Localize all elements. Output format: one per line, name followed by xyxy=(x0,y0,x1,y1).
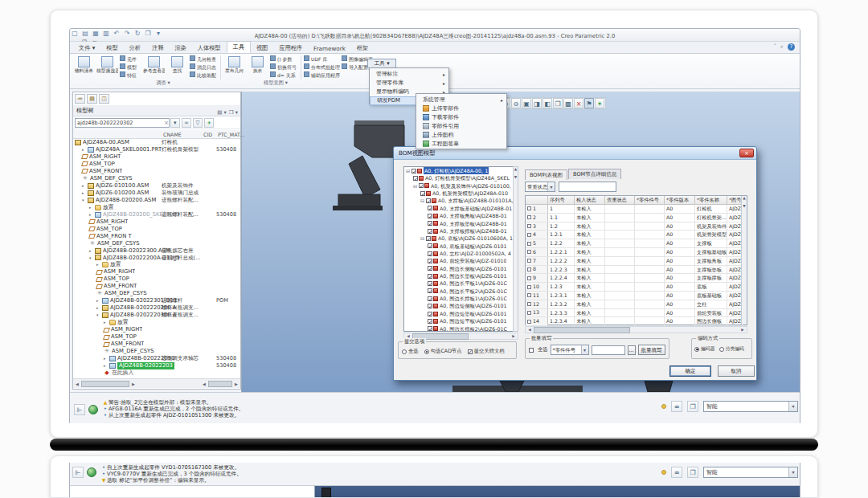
checkbox[interactable] xyxy=(411,169,416,173)
bom-tree-row[interactable]: ⊟ A0, 机架及装饰件\AJDZ6-010100, 1 xyxy=(404,182,518,190)
tree-row[interactable]: ▸ 放置 xyxy=(73,204,240,211)
find-icon[interactable]: ∞ xyxy=(671,401,682,412)
checkbox[interactable] xyxy=(428,243,432,248)
bom-tree-row[interactable]: A0, 机架骨架模型\AJDZ48A-010 xyxy=(404,190,518,197)
submenu-item[interactable]: 系统管理 ▸ xyxy=(416,96,506,104)
table-row[interactable]: 3 1.2 未检入 A0 机架及装饰件 AJDZ6- xyxy=(526,222,747,231)
checkbox[interactable] xyxy=(428,304,432,308)
tree-filter-button[interactable]: ＋ xyxy=(204,118,214,128)
bom-tree-row[interactable]: ⊟ A0, 支撑板\AJDZ48B-010101A, 1 xyxy=(404,197,518,204)
table-row[interactable]: 13 1.2.3.3 未检入 A0 前轮安装板 AJDZ-0 xyxy=(526,309,747,318)
viewport-toolbar-button[interactable]: ⊖ xyxy=(511,98,521,108)
search-icon[interactable]: ⌕ xyxy=(780,43,784,51)
table-column-header[interactable]: 序列号 xyxy=(548,196,575,204)
tree-filter-button[interactable]: ▽ xyxy=(193,118,203,128)
viewport-toolbar-button[interactable]: × xyxy=(574,98,583,108)
ribbon-tab[interactable]: 视图 xyxy=(251,43,273,53)
tree-row[interactable]: ASM_FRONT xyxy=(73,341,240,348)
find-icon[interactable]: ∞ xyxy=(671,467,682,478)
ribbon-item[interactable] xyxy=(220,55,221,80)
viewport-toolbar-button[interactable]: ▣ xyxy=(522,98,531,108)
ribbon-item[interactable]: 元件 模型 特征 xyxy=(120,55,141,80)
cad-nodes-radio[interactable] xyxy=(424,349,429,354)
display-mode-icon[interactable]: ❐ xyxy=(687,401,698,412)
panel-toolbar-button[interactable]: ◫ xyxy=(99,94,109,104)
bom-tree-row[interactable]: A0, 围边长垫板\AJDZ6-0101 xyxy=(404,272,518,280)
submenu-item[interactable]: 工程图签章 xyxy=(416,140,506,149)
table-horizontal-scrollbar[interactable]: ◀▶ xyxy=(525,326,747,333)
batch-field-combo[interactable]: *零件件号▾ xyxy=(551,345,589,355)
tree-row[interactable]: ▸ AJDZ48B-02022300.ASM 进瓶拨芯右座 xyxy=(73,247,240,255)
expand-icon[interactable]: ▸ xyxy=(82,190,88,197)
tree-column-header[interactable]: CNAME CID PTC_MAT... xyxy=(73,130,240,139)
tree-row[interactable]: ▸ AJDZ48B-02022203 530408 xyxy=(73,362,240,369)
checkbox[interactable] xyxy=(428,274,432,279)
expand-icon[interactable]: ▾ xyxy=(89,255,95,262)
submenu-item[interactable]: 上传图档 xyxy=(416,131,506,140)
table-column-header[interactable]: *零件件号 xyxy=(635,196,665,204)
table-column-header[interactable]: *零件名称 xyxy=(695,196,727,204)
batch-select-all-checkbox[interactable] xyxy=(529,348,534,353)
tree-row[interactable]: ▸ AJDZ48B-020222030 进瓶调支承轴芯 530408 xyxy=(73,355,240,362)
checkbox[interactable] xyxy=(428,221,432,226)
globe-icon[interactable] xyxy=(88,405,98,414)
tree-row[interactable]: ▸ AJDZ48A_SKEL0001.PRT 灯检机骨架模型 530408 xyxy=(73,146,240,153)
dialog-tab[interactable]: BOM列表视图 xyxy=(525,169,567,180)
related-docs-checkbox[interactable] xyxy=(468,349,473,354)
checkbox[interactable] xyxy=(419,183,424,188)
expand-icon[interactable]: ▸ xyxy=(96,261,102,268)
expand-icon[interactable]: ▸ xyxy=(96,304,102,312)
row-checkbox[interactable] xyxy=(527,233,531,237)
checkbox[interactable] xyxy=(426,236,431,241)
checkbox[interactable] xyxy=(428,266,432,271)
table-row[interactable]: 7 1.2.2.2 未检入 A0 支撑板角板 AJDZ4 xyxy=(526,257,747,266)
submenu-item[interactable]: 上传零部件 xyxy=(416,104,506,113)
ribbon-tab[interactable]: 分析 xyxy=(124,43,146,53)
ribbon-item[interactable]: 几何检查 消息日志 比较装配 xyxy=(190,55,216,80)
table-row[interactable]: 11 1.2.3.1 未检入 A0 底板基础板 AJDZ6- xyxy=(526,292,747,300)
expand-icon[interactable]: ⊟ xyxy=(413,182,419,190)
bom-tree-row[interactable]: A0, 支撑板撑板\AJDZ48B-01 xyxy=(404,227,518,235)
checkbox[interactable] xyxy=(428,319,432,324)
bom-tree-row[interactable]: A0, 围边长平板2\AJDZ6-01C xyxy=(404,288,518,295)
tree-row[interactable]: ▸ AJDZ48B-020200_SKEL0001 进瓶螺杆装配... 5304… xyxy=(73,211,240,218)
viewport-toolbar-button[interactable]: ◧ xyxy=(542,98,552,108)
viewport-toolbar-button[interactable]: ✶ xyxy=(595,98,604,108)
checkbox[interactable] xyxy=(428,326,432,331)
bom-tree-row[interactable]: A0, 围边短侧板\AJDZ6-0101 xyxy=(404,302,518,309)
table-vertical-scrollbar[interactable]: ▲▼ xyxy=(741,196,747,325)
tree-toggle-icon[interactable]: ⊩ xyxy=(72,467,84,478)
ribbon-item[interactable]: UDF 库 分布式批处理 辅助应用程序 xyxy=(304,55,340,80)
row-checkbox[interactable] xyxy=(527,206,531,210)
row-checkbox[interactable] xyxy=(527,242,531,246)
tree-filter-button[interactable]: ▾ xyxy=(170,118,180,128)
checkbox[interactable] xyxy=(428,281,432,286)
row-checkbox[interactable] xyxy=(527,311,531,315)
expand-icon[interactable]: ▸ xyxy=(89,247,95,255)
chevron-down-icon[interactable]: ▾ xyxy=(788,467,797,477)
row-checkbox[interactable] xyxy=(527,276,531,280)
ribbon-tab[interactable]: 应用程序 xyxy=(273,43,308,53)
bom-tree-row[interactable]: A0, 支撑板垫板\AJDZ48B-01 xyxy=(404,220,518,227)
tree-row[interactable]: ASM_FRON T xyxy=(73,233,240,240)
selection-filter-combo[interactable]: 智能 ▾ xyxy=(703,401,798,412)
tree-search-input[interactable] xyxy=(75,118,170,128)
bom-tree-vertical-scrollbar[interactable]: ▲▼ xyxy=(513,166,518,332)
chevron-down-icon[interactable]: ▾ xyxy=(788,402,797,411)
table-row[interactable]: 8 1.2.2.3 未检入 A0 支撑板垫板 AJDZ4 xyxy=(526,266,747,275)
help-icon[interactable]: ? xyxy=(788,43,795,51)
tree-settings-button[interactable]: ❐ ▾ xyxy=(229,107,238,118)
tree-row[interactable]: AJDZ48A-00.ASM 灯检机 xyxy=(73,139,240,146)
tree-filter-button[interactable]: ∞ xyxy=(182,118,191,128)
ribbon-tab[interactable]: 注释 xyxy=(146,43,169,53)
viewport-toolbar-button[interactable]: ▩ xyxy=(563,98,573,108)
table-row[interactable]: 5 1.2.2 未检入 A0 支撑板 AJDZ4 xyxy=(526,239,747,248)
ribbon-tab[interactable]: 模型 xyxy=(100,43,123,53)
expand-icon[interactable]: ▸ xyxy=(89,211,95,218)
submenu-item[interactable]: 下载零部件 xyxy=(416,113,506,122)
tree-row[interactable]: ASM_FRONT xyxy=(73,283,240,290)
expand-icon[interactable]: ▸ xyxy=(104,362,109,369)
table-row[interactable]: 9 1.2.2.4 未检入 A0 支撑板撑板 AJDZ4 xyxy=(526,274,747,283)
tree-row[interactable]: ASM_FRONT xyxy=(73,168,240,175)
globe-icon[interactable] xyxy=(87,467,96,477)
